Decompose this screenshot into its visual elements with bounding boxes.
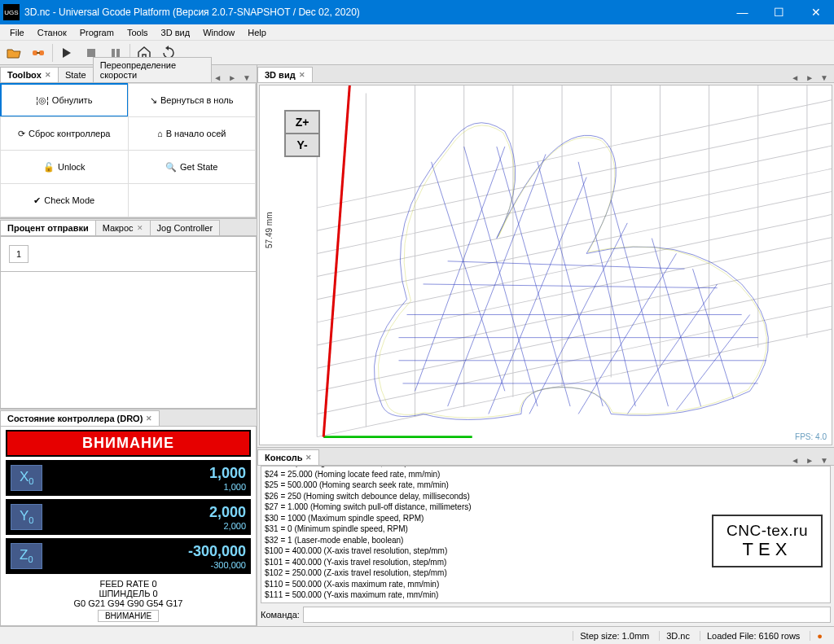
- get-state-label: Get State: [180, 162, 217, 172]
- tab-console-label: Консоль: [265, 453, 302, 462]
- home-icon: ⌂: [157, 129, 163, 138]
- tab-state[interactable]: State: [58, 67, 94, 82]
- tab-menu-icon[interactable]: ▼: [818, 456, 831, 465]
- 3d-viewport[interactable]: Z+ Y- 57.49 mm FPS: 4.0: [259, 85, 832, 445]
- get-state-button[interactable]: 🔍Get State: [128, 150, 257, 184]
- menu-machine[interactable]: Станок: [31, 26, 73, 39]
- svg-rect-5: [116, 49, 120, 57]
- axes-home-label: В начало осей: [166, 129, 226, 138]
- main-area: Toolbox✕ State Переопределение скорости …: [0, 65, 834, 626]
- menu-file[interactable]: File: [3, 26, 31, 39]
- status-step: Step size: 1.0mm: [573, 631, 656, 641]
- svg-line-7: [317, 300, 832, 414]
- minimize-button[interactable]: —: [724, 0, 761, 24]
- alarm-button[interactable]: ВНИМАНИЕ: [98, 610, 159, 622]
- svg-line-11: [317, 208, 832, 322]
- tab-menu-icon[interactable]: ▼: [240, 73, 253, 82]
- svg-line-14: [317, 139, 832, 254]
- menu-bar: File Станок Program Tools 3D вид Window …: [0, 24, 834, 41]
- tab-scroll-left-icon[interactable]: ◄: [788, 73, 801, 82]
- dro-z-row[interactable]: Z0 -300,000-300,000: [6, 538, 251, 574]
- tab-console[interactable]: Консоль ✕: [257, 449, 319, 465]
- left-mid-tabs: Процент отправки Макрос ✕ Jog Controller: [0, 218, 257, 236]
- dro-z-machine: -300,000: [188, 560, 246, 570]
- y-minus-button[interactable]: Y-: [284, 133, 320, 157]
- return-zero-label: Вернуться в ноль: [160, 95, 233, 105]
- close-icon[interactable]: ✕: [146, 414, 152, 423]
- tab-scroll-right-icon[interactable]: ►: [226, 73, 239, 82]
- z-plus-button[interactable]: Z+: [284, 110, 320, 134]
- tab-speed-override[interactable]: Переопределение скорости: [93, 57, 213, 82]
- close-icon[interactable]: ✕: [305, 453, 312, 462]
- menu-help[interactable]: Help: [241, 26, 273, 39]
- left-top-tabs: Toolbox✕ State Переопределение скорости …: [0, 65, 257, 83]
- svg-line-29: [323, 85, 349, 437]
- tab-3dview[interactable]: 3D вид ✕: [257, 67, 313, 82]
- dro-y-value: 2,000: [209, 504, 246, 521]
- menu-window[interactable]: Window: [196, 26, 241, 39]
- tab-jog[interactable]: Jog Controller: [150, 220, 220, 235]
- svg-line-15: [317, 116, 832, 231]
- tab-scroll-right-icon[interactable]: ►: [803, 456, 816, 465]
- return-zero-button[interactable]: ↘Вернуться в ноль: [128, 83, 257, 117]
- svg-line-6: [317, 322, 832, 437]
- window-title: 3D.nc - Universal Gcode Platform (Версия…: [24, 7, 724, 18]
- check-mode-button[interactable]: ✔Check Mode: [0, 183, 129, 217]
- close-icon[interactable]: ✕: [137, 224, 143, 232]
- view-axis-buttons: Z+ Y-: [284, 110, 320, 156]
- tab-scroll-left-icon[interactable]: ◄: [788, 456, 801, 465]
- tab-scroll-right-icon[interactable]: ►: [803, 73, 816, 82]
- tab-menu-icon[interactable]: ▼: [818, 73, 831, 82]
- tab-dro-label: Состояние контроллера (DRO): [7, 414, 143, 423]
- menu-3dview[interactable]: 3D вид: [155, 26, 197, 39]
- svg-rect-4: [112, 49, 115, 57]
- svg-line-9: [317, 253, 832, 368]
- view-tabs: 3D вид ✕ ◄►▼: [257, 65, 834, 83]
- command-input[interactable]: [303, 607, 831, 623]
- close-button[interactable]: ✕: [797, 0, 834, 24]
- title-bar: UGS 3D.nc - Universal Gcode Platform (Ве…: [0, 0, 834, 24]
- toolbox-grid: ¦◎¦Обнулить ↘Вернуться в ноль ⟳Сброс кон…: [0, 83, 257, 218]
- return-icon: ↘: [150, 95, 157, 106]
- check-mode-label: Check Mode: [44, 195, 94, 205]
- dro-y-row[interactable]: Y0 2,0002,000: [6, 499, 251, 535]
- page-1-button[interactable]: 1: [9, 245, 29, 263]
- app-logo: UGS: [3, 4, 20, 20]
- tab-scroll-left-icon[interactable]: ◄: [211, 73, 224, 82]
- dro-tabs: Состояние контроллера (DRO) ✕: [0, 409, 257, 427]
- unlock-button[interactable]: 🔓Unlock: [0, 150, 129, 184]
- dro-footer: FEED RATE 0 ШПИНДЕЛЬ 0 G0 G21 G94 G90 G5…: [4, 577, 252, 624]
- close-icon[interactable]: ✕: [299, 71, 305, 79]
- connect-icon[interactable]: [28, 42, 49, 64]
- dro-x-row[interactable]: X0 1,0001,000: [6, 460, 251, 496]
- dro-z-value: -300,000: [188, 543, 246, 560]
- tab-toolbox[interactable]: Toolbox✕: [0, 67, 59, 82]
- soft-reset-label: Сброс контроллера: [29, 129, 110, 138]
- open-file-icon[interactable]: [3, 42, 24, 64]
- dro-z-axis-button[interactable]: Z0: [11, 543, 42, 568]
- search-icon: 🔍: [165, 162, 177, 173]
- status-loaded: Loaded File: 6160 rows: [700, 631, 806, 641]
- menu-program[interactable]: Program: [73, 26, 121, 39]
- home-button[interactable]: ¦◎¦Обнулить: [0, 83, 129, 117]
- dro-x-axis-button[interactable]: X0: [11, 465, 42, 490]
- fps-label: FPS: 4.0: [795, 432, 827, 441]
- close-icon[interactable]: ✕: [45, 71, 51, 79]
- console-output[interactable]: $23 = 4 (Homing direction invert, mask)$…: [261, 466, 831, 603]
- soft-reset-button[interactable]: ⟳Сброс контроллера: [0, 116, 129, 151]
- svg-rect-3: [87, 49, 95, 57]
- lock-icon: 🔓: [43, 162, 55, 173]
- console-tabs: Консоль ✕ ◄►▼: [257, 448, 834, 466]
- maximize-button[interactable]: ☐: [761, 0, 797, 24]
- svg-rect-2: [37, 52, 40, 54]
- menu-tools[interactable]: Tools: [121, 26, 155, 39]
- command-row: Команда:: [257, 603, 834, 626]
- dro-y-axis-button[interactable]: Y0: [11, 504, 42, 529]
- tab-macros[interactable]: Макрос ✕: [95, 220, 151, 235]
- tab-dro[interactable]: Состояние контроллера (DRO) ✕: [0, 410, 160, 426]
- target-icon: ¦◎¦: [36, 95, 49, 106]
- left-pane: Toolbox✕ State Переопределение скорости …: [0, 65, 257, 626]
- axes-home-button[interactable]: ⌂В начало осей: [128, 116, 257, 151]
- play-icon[interactable]: [56, 42, 77, 64]
- tab-send-pct[interactable]: Процент отправки: [0, 220, 96, 235]
